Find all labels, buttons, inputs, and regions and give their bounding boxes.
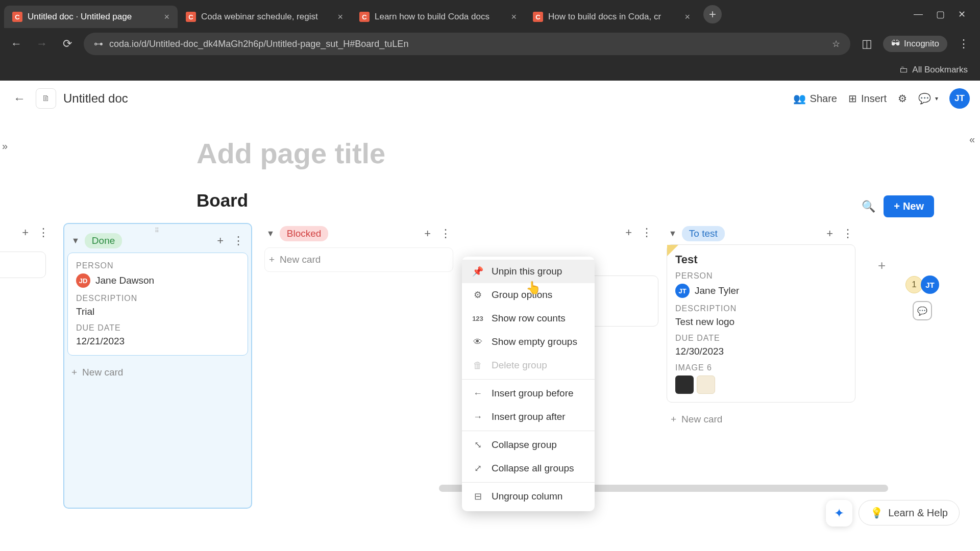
unpin-icon: 📌 <box>472 266 483 277</box>
app-back-button[interactable]: ← <box>10 89 29 108</box>
side-panel-icon[interactable]: ◫ <box>857 35 876 53</box>
column-more-icon[interactable]: ⋮ <box>641 226 652 239</box>
incognito-badge[interactable]: 🕶 Incognito <box>883 36 947 52</box>
collapse-icon: ⤡ <box>472 439 483 450</box>
user-avatar[interactable]: JT <box>949 88 970 109</box>
menu-show-row-counts[interactable]: 123 Show row counts <box>462 307 595 330</box>
tab-close-icon[interactable]: × <box>337 12 343 22</box>
menu-separator <box>462 379 595 380</box>
page-title-placeholder[interactable]: Add page title <box>197 137 980 170</box>
gear-icon: ⚙ <box>898 92 907 105</box>
new-card-button[interactable]: + New card <box>264 247 453 272</box>
field-label-description: DESCRIPTION <box>675 304 847 313</box>
menu-collapse-all[interactable]: ⤢ Collapse all groups <box>462 457 595 480</box>
menu-collapse-group[interactable]: ⤡ Collapse group <box>462 433 595 457</box>
board-card[interactable]: Test PERSON JT Jane Tyler DESCRIPTION Te… <box>667 244 855 403</box>
description-value: Trial <box>76 306 239 317</box>
add-column-button[interactable]: + <box>878 258 886 273</box>
browser-chrome: Untitled doc · Untitled page × Coda webi… <box>0 0 980 81</box>
forward-button[interactable]: → <box>33 35 51 53</box>
status-pill-done[interactable]: Done <box>85 233 122 248</box>
column-more-icon[interactable]: ⋮ <box>842 227 853 240</box>
back-button[interactable]: ← <box>7 35 26 53</box>
browser-tab-active[interactable]: Untitled doc · Untitled page × <box>4 6 178 28</box>
column-more-icon[interactable]: ⋮ <box>233 234 244 247</box>
presence-badge[interactable]: 1 JT <box>905 276 939 294</box>
search-icon[interactable]: 🔍 <box>862 200 875 213</box>
person-name: Jane Dawson <box>95 275 154 286</box>
column-header: ▼ Done + ⋮ <box>67 232 248 253</box>
app-header: ← 🗎 Untitled doc 👥 Share ⊞ Insert ⚙ 💬▾ J… <box>0 81 980 116</box>
column-more-icon[interactable]: ⋮ <box>440 227 451 240</box>
add-card-icon[interactable]: + <box>22 226 29 239</box>
tab-title: Coda webinar schedule, regist <box>201 12 332 22</box>
status-pill-totest[interactable]: To test <box>682 226 725 241</box>
add-card-icon[interactable]: + <box>217 234 224 247</box>
collapse-caret-icon[interactable]: ▼ <box>71 236 80 245</box>
person-avatar: JT <box>675 284 690 298</box>
field-label-duedate: DUE DATE <box>76 323 239 333</box>
share-button[interactable]: 👥 Share <box>793 92 837 105</box>
tab-close-icon[interactable]: × <box>684 12 690 22</box>
bookmark-star-icon[interactable]: ☆ <box>832 38 840 49</box>
url-input[interactable]: ⊶ coda.io/d/Untitled-doc_dk4MaGh2h6p/Unt… <box>84 33 850 55</box>
menu-ungroup-column[interactable]: ⊟ Ungroup column <box>462 485 595 508</box>
menu-show-empty-groups[interactable]: 👁 Show empty groups <box>462 330 595 354</box>
menu-group-options[interactable]: ⚙ Group options <box>462 283 595 307</box>
duedate-value: 12/30/2023 <box>675 346 847 357</box>
menu-unpin-group[interactable]: 📌 Unpin this group <box>462 260 595 283</box>
settings-button[interactable]: ⚙ <box>898 92 907 105</box>
menu-insert-after[interactable]: → Insert group after <box>462 405 595 429</box>
doc-title[interactable]: Untitled doc <box>63 91 128 106</box>
new-card-button[interactable]: + New card <box>67 361 248 384</box>
insert-button[interactable]: ⊞ Insert <box>848 92 887 105</box>
collapse-caret-icon[interactable]: ▼ <box>266 229 275 238</box>
new-button[interactable]: + New <box>884 195 934 217</box>
tab-title: Untitled doc · Untitled page <box>28 12 159 22</box>
add-card-icon[interactable]: + <box>625 226 632 239</box>
new-card-button[interactable]: + New card <box>667 408 855 431</box>
lightbulb-icon: 💡 <box>870 507 883 519</box>
collapse-caret-icon[interactable]: ▼ <box>669 229 677 238</box>
learn-help-button[interactable]: 💡 Learn & Help <box>859 500 960 525</box>
card-partial[interactable]: son <box>0 252 46 278</box>
person-name-fragment: son <box>0 259 38 270</box>
image-thumb[interactable] <box>697 375 715 394</box>
ai-assistant-button[interactable]: ✦ <box>826 500 852 527</box>
tab-favicon-icon <box>186 12 196 22</box>
board-card[interactable]: PERSON JD Jane Dawson DESCRIPTION Trial … <box>67 253 248 356</box>
all-bookmarks-button[interactable]: All Bookmarks <box>912 65 968 75</box>
drag-handle-icon[interactable]: ⠿ <box>67 227 248 232</box>
comment-rail-button[interactable]: 💬 <box>913 301 932 320</box>
tab-close-icon[interactable]: × <box>511 12 517 22</box>
comments-button[interactable]: 💬▾ <box>918 92 938 105</box>
browser-tab[interactable]: Coda webinar schedule, regist × <box>178 6 351 28</box>
add-card-icon[interactable]: + <box>424 227 431 240</box>
gear-icon: ⚙ <box>472 289 483 300</box>
incognito-label: Incognito <box>904 39 939 49</box>
column-done[interactable]: ⠿ ▼ Done + ⋮ PERSON JD Jane Dawson DESCR… <box>63 223 252 509</box>
tab-title: Learn how to build Coda docs <box>375 12 506 22</box>
browser-tab[interactable]: How to build docs in Coda, cr × <box>525 6 698 28</box>
doc-icon[interactable]: 🗎 <box>36 88 56 109</box>
chevron-down-icon: ▾ <box>935 95 938 102</box>
new-tab-button[interactable]: + <box>703 5 722 23</box>
plus-icon: + <box>71 367 77 378</box>
site-info-icon[interactable]: ⊶ <box>94 38 103 49</box>
comment-icon: 💬 <box>918 92 931 105</box>
maximize-icon[interactable]: ▢ <box>936 9 945 20</box>
browser-tab[interactable]: Learn how to build Coda docs × <box>351 6 525 28</box>
column-header: + ⋮ <box>465 223 654 242</box>
fold-corner-icon <box>667 245 678 256</box>
reload-button[interactable]: ⟳ <box>58 35 77 53</box>
status-pill-blocked[interactable]: Blocked <box>280 226 329 241</box>
tab-close-icon[interactable]: × <box>164 12 169 22</box>
partial-column-left: + ⋮ son <box>0 223 51 509</box>
image-thumb[interactable] <box>675 375 694 394</box>
browser-menu-icon[interactable]: ⋮ <box>954 35 973 53</box>
add-card-icon[interactable]: + <box>826 227 833 240</box>
minimize-icon[interactable]: — <box>914 9 923 20</box>
menu-insert-before[interactable]: ← Insert group before <box>462 382 595 405</box>
close-window-icon[interactable]: ✕ <box>958 9 966 20</box>
column-more-icon[interactable]: ⋮ <box>38 226 49 239</box>
